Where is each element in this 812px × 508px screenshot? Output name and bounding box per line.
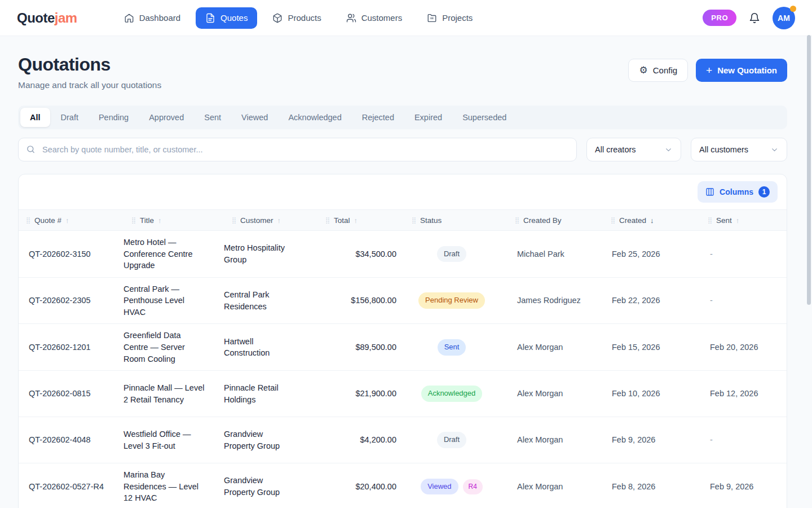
cell-created-date: Feb 25, 2026 [603,243,700,266]
table-row[interactable]: QT-202602-4048Westfield Office — Level 3… [19,417,787,463]
nav-item-label: Dashboard [139,13,180,23]
creators-filter-select[interactable]: All creators [586,138,681,161]
tab-sent[interactable]: Sent [195,108,231,127]
column-header-quote[interactable]: ⣿Quote #↑ [19,216,123,225]
nav-item-customers[interactable]: Customers [337,7,412,29]
cell-customer: Central Park Residences [224,283,317,318]
chevron-down-icon [664,146,673,154]
table-row[interactable]: QT-202602-0527-R4Marina Bay Residences —… [19,463,787,508]
column-header-created[interactable]: ⣿Created↓ [603,216,700,225]
column-header-customer[interactable]: ⣿Customer↑ [224,216,317,225]
drag-grip-icon[interactable]: ⣿ [232,217,236,224]
tab-rejected[interactable]: Rejected [352,108,404,127]
tab-acknowledged[interactable]: Acknowledged [279,108,351,127]
cell-status: Pending Review [396,287,507,314]
nav-item-quotes[interactable]: Quotes [196,7,257,29]
logo-primary: Quote [17,10,55,25]
nav-item-label: Quotes [220,13,248,23]
cell-sent-date: Feb 9, 2026 [700,475,787,498]
table-header-row: ⣿Quote #↑⣿Title↑⣿Customer↑⣿Total↑⣿Status… [19,209,787,231]
column-header-label: Status [420,216,442,225]
vertical-scrollbar[interactable] [807,35,811,305]
table-row[interactable]: QT-202602-1201Greenfield Data Centre — S… [19,324,787,371]
drag-grip-icon[interactable]: ⣿ [325,217,330,224]
new-quotation-button[interactable]: + New Quotation [696,59,787,82]
cell-title: Pinnacle Mall — Level 2 Retail Tenancy [123,376,224,411]
cell-created-date: Feb 8, 2026 [603,475,700,498]
notifications-bell-icon[interactable] [749,12,760,24]
cell-created-by: Alex Morgan [507,382,603,405]
cell-status: Acknowledged [396,380,507,407]
config-button[interactable]: ⚙ Config [628,59,688,82]
tab-approved[interactable]: Approved [139,108,193,127]
status-badge: Draft [437,432,466,448]
sort-asc-icon: ↑ [277,216,281,225]
nav-item-label: Products [288,13,321,23]
tab-all[interactable]: All [20,108,50,127]
nav-item-projects[interactable]: Projects [417,7,482,29]
cell-created-by: Alex Morgan [507,475,603,498]
tab-superseded[interactable]: Superseded [453,108,516,127]
tab-draft[interactable]: Draft [51,108,88,127]
cell-total: $21,900.00 [317,382,396,405]
status-badge: Sent [438,339,466,355]
cell-title: Marina Bay Residences — Level 12 HVAC [123,463,224,508]
status-badge: Viewed [421,479,458,494]
quotations-table-card: Columns 1 ⣿Quote #↑⣿Title↑⣿Customer↑⣿Tot… [18,174,787,508]
column-header-total[interactable]: ⣿Total↑ [317,216,396,225]
table-row[interactable]: QT-202602-2305Central Park — Penthouse L… [19,278,787,325]
status-filter-tabs: AllDraftPendingApprovedSentViewedAcknowl… [18,106,787,129]
cell-customer: Grandview Property Group [224,423,317,457]
cell-created-by: Alex Morgan [507,336,603,359]
cell-status: Draft [396,426,507,453]
drag-grip-icon[interactable]: ⣿ [708,217,712,224]
columns-button-label: Columns [720,187,753,196]
cell-status: Sent [396,334,507,361]
column-header-label: Title [140,216,154,225]
cell-quote-number: QT-202602-1201 [19,336,123,359]
cell-sent-date: Feb 12, 2026 [700,382,787,405]
drag-grip-icon[interactable]: ⣿ [515,217,519,224]
cell-created-by: James Rodriguez [507,289,603,312]
page-header-text: Quotations Manage and track all your quo… [18,54,161,90]
config-button-label: Config [653,65,677,75]
cell-customer: Grandview Property Group [224,469,317,503]
column-header-label: Total [334,216,350,225]
cell-quote-number: QT-202602-0815 [19,382,123,405]
nav-item-dashboard[interactable]: Dashboard [114,7,190,29]
column-header-sent[interactable]: ⣿Sent↑ [700,216,787,225]
drag-grip-icon[interactable]: ⣿ [131,217,136,224]
page-actions: ⚙ Config + New Quotation [628,59,787,82]
nav-item-products[interactable]: Products [263,7,330,29]
tab-expired[interactable]: Expired [405,108,452,127]
table-row[interactable]: QT-202602-0815Pinnacle Mall — Level 2 Re… [19,371,787,417]
customers-filter-value: All customers [699,145,748,154]
page-subtitle: Manage and track all your quotations [18,80,161,90]
tab-viewed[interactable]: Viewed [232,108,277,127]
app-logo[interactable]: Quotejam [17,10,77,26]
columns-button[interactable]: Columns 1 [698,181,778,203]
column-header-title[interactable]: ⣿Title↑ [123,216,224,225]
cell-total: $20,400.00 [317,475,396,498]
columns-icon [705,187,714,196]
cell-created-date: Feb 15, 2026 [603,336,700,359]
chevron-down-icon [770,146,779,154]
plus-icon: + [706,65,712,76]
table-row[interactable]: QT-202602-3150Metro Hotel — Conference C… [19,231,787,278]
column-header-label: Created [619,216,646,225]
user-avatar[interactable]: AM [773,7,795,29]
column-header-created-by[interactable]: ⣿Created By [507,216,603,225]
drag-grip-icon[interactable]: ⣿ [412,217,416,224]
column-header-label: Sent [716,216,732,225]
drag-grip-icon[interactable]: ⣿ [611,217,615,224]
page-title: Quotations [18,54,161,75]
drag-grip-icon[interactable]: ⣿ [26,217,30,224]
status-badge: Draft [437,246,466,262]
search-input[interactable] [18,138,577,161]
logo-accent: jam [55,10,77,25]
column-header-status[interactable]: ⣿Status [396,216,507,225]
sort-asc-icon: ↑ [158,216,162,225]
customers-filter-select[interactable]: All customers [691,138,787,161]
tab-pending[interactable]: Pending [89,108,138,127]
pro-badge: PRO [703,10,736,26]
